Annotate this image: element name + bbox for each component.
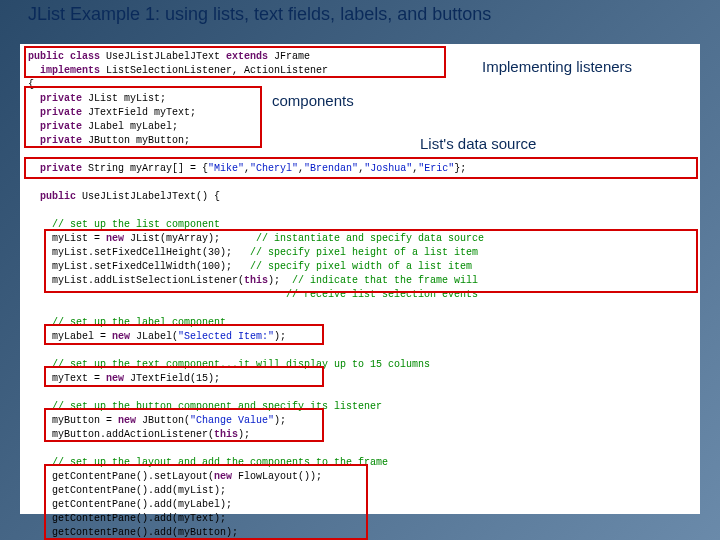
- code-token: [28, 303, 34, 314]
- code-token: [28, 345, 34, 356]
- slide-title: JList Example 1: using lists, text field…: [28, 4, 692, 30]
- code-panel: public class UseJListJLabelJText extends…: [20, 44, 700, 514]
- code-token: public: [28, 191, 76, 202]
- annotation-data-source: List's data source: [420, 135, 536, 152]
- highlight-box-layout: [44, 464, 368, 540]
- highlight-box-class-decl: [24, 46, 446, 78]
- highlight-box-button-setup: [44, 408, 324, 442]
- code-token: [28, 443, 34, 454]
- code-token: UseJListJLabelJText() {: [76, 191, 220, 202]
- code-token: [28, 387, 34, 398]
- annotation-listeners: Implementing listeners: [482, 58, 632, 75]
- slide: JList Example 1: using lists, text field…: [0, 0, 720, 540]
- code-token: [28, 205, 34, 216]
- highlight-box-label-setup: [44, 324, 324, 345]
- highlight-box-components: [24, 86, 262, 148]
- highlight-box-data-source: [24, 157, 698, 179]
- annotation-components: components: [272, 92, 354, 109]
- highlight-box-list-setup: [44, 229, 698, 293]
- highlight-box-text-setup: [44, 366, 324, 387]
